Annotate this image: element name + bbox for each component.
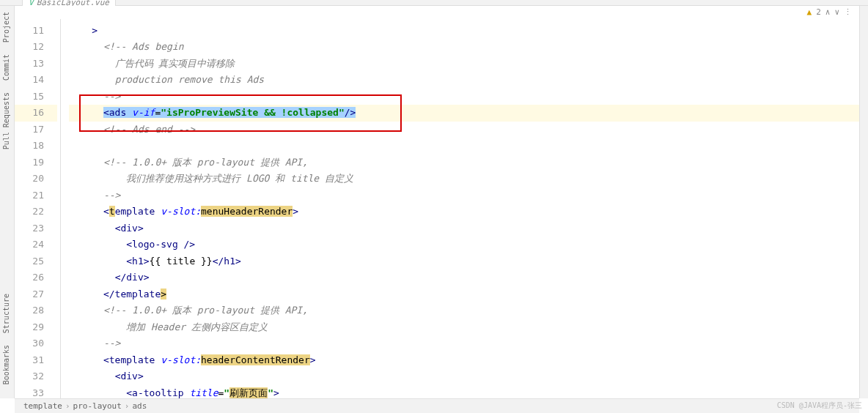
code-line[interactable]: -->: [69, 89, 859, 105]
code-area[interactable]: v-bind="settings" > <!-- Ads begin 广告代码 …: [69, 6, 859, 398]
code-line[interactable]: >: [69, 23, 859, 40]
code-line[interactable]: 广告代码 真实项目中请移除: [69, 56, 859, 72]
line-number: 23: [15, 220, 57, 237]
line-number: 18: [15, 138, 57, 155]
line-number: 31: [15, 352, 57, 369]
line-number: 24: [15, 237, 57, 253]
breadcrumb-item[interactable]: pro-layout: [73, 401, 122, 411]
line-number: 15: [15, 89, 57, 105]
line-number: 30: [15, 335, 57, 352]
line-number: 13: [15, 56, 57, 72]
code-line[interactable]: -->: [69, 335, 859, 352]
sidebar-item-bookmarks[interactable]: Bookmarks: [0, 339, 12, 390]
code-line[interactable]: <h1>{{ title }}</h1>: [69, 253, 859, 270]
sidebar-item-project[interactable]: Project: [0, 6, 12, 48]
line-number: 17: [15, 122, 57, 138]
fold-strip: [57, 6, 69, 398]
breadcrumb-item[interactable]: ads: [132, 401, 147, 411]
right-gutter: [859, 6, 868, 398]
breadcrumb-separator: ›: [65, 401, 70, 411]
code-line[interactable]: 我们推荐使用这种方式进行 LOGO 和 title 自定义: [69, 171, 859, 187]
line-number: 11: [15, 23, 57, 40]
code-line[interactable]: <div>: [69, 220, 859, 237]
code-editor[interactable]: 1011121314151617181920212223242526272829…: [15, 6, 859, 398]
sidebar-item-structure[interactable]: Structure: [0, 288, 12, 339]
line-number: 28: [15, 302, 57, 319]
code-line[interactable]: <ads v-if="isProPreviewSite && !collapse…: [69, 105, 859, 122]
code-line[interactable]: <a-tooltip title="刷新页面">: [69, 385, 859, 399]
left-tool-sidebar: Project Commit Pull Requests Structure B…: [0, 6, 15, 398]
prev-highlight-icon[interactable]: ∧: [825, 7, 831, 17]
breadcrumb-item[interactable]: template: [23, 401, 62, 411]
code-line[interactable]: <!-- Ads end -->: [69, 122, 859, 138]
line-number: 29: [15, 319, 57, 336]
warning-count: 2: [816, 7, 821, 17]
code-line[interactable]: <template v-slot:headerContentRender>: [69, 352, 859, 369]
code-line[interactable]: <div>: [69, 368, 859, 385]
breadcrumb-bar: template›pro-layout›ads: [15, 398, 859, 413]
line-number: 12: [15, 39, 57, 56]
watermark: CSDN @JAVA程序员-张三: [777, 401, 862, 411]
more-icon[interactable]: ⋮: [844, 7, 852, 17]
code-line[interactable]: <template v-slot:menuHeaderRender>: [69, 204, 859, 220]
line-number: 22: [15, 204, 57, 220]
code-line[interactable]: <!-- 1.0.0+ 版本 pro-layout 提供 API,: [69, 302, 859, 319]
line-number: 16: [15, 105, 57, 122]
line-number: 21: [15, 187, 57, 204]
code-line[interactable]: production remove this Ads: [69, 72, 859, 89]
sidebar-item-pull-requests[interactable]: Pull Requests: [0, 86, 12, 155]
code-line[interactable]: </div>: [69, 269, 859, 286]
line-number: 14: [15, 72, 57, 89]
next-highlight-icon[interactable]: ∨: [834, 7, 839, 17]
breadcrumb-separator: ›: [125, 401, 130, 411]
line-number: 33: [15, 385, 57, 399]
line-number: 27: [15, 286, 57, 303]
line-number: 20: [15, 171, 57, 187]
line-number: 19: [15, 155, 57, 171]
code-line[interactable]: [69, 138, 859, 155]
code-line[interactable]: </template>: [69, 286, 859, 303]
top-tab-bar: V BasicLayout.vue: [0, 0, 868, 6]
code-line[interactable]: <!-- 1.0.0+ 版本 pro-layout 提供 API,: [69, 155, 859, 171]
code-line[interactable]: 增加 Header 左侧内容区自定义: [69, 319, 859, 336]
warning-icon: ▲: [807, 7, 812, 17]
code-line[interactable]: <logo-svg />: [69, 237, 859, 253]
code-line[interactable]: <!-- Ads begin: [69, 39, 859, 56]
line-number: 32: [15, 368, 57, 385]
line-number: 25: [15, 253, 57, 270]
line-number: 26: [15, 269, 57, 286]
line-number-gutter: 1011121314151617181920212223242526272829…: [15, 6, 57, 398]
code-line[interactable]: -->: [69, 187, 859, 204]
sidebar-item-commit[interactable]: Commit: [0, 48, 12, 86]
